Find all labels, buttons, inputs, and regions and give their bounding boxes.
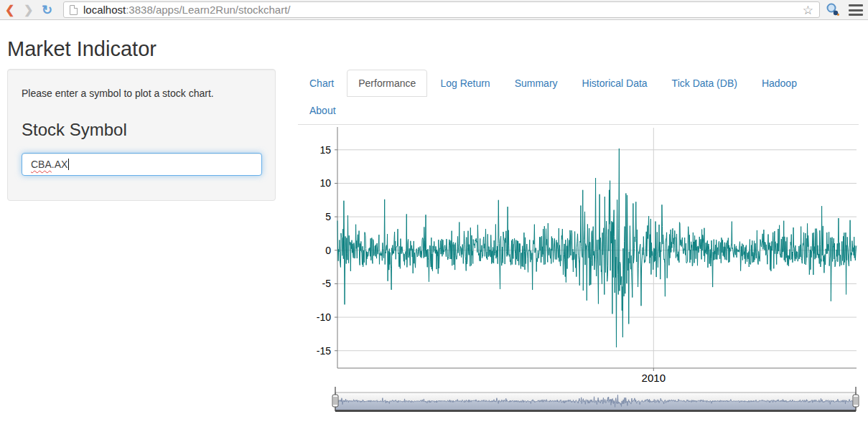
page-title: Market Indicator [7,37,157,61]
back-icon[interactable]: ❮ [5,1,14,19]
symbol-value-rest: .AX [52,159,68,170]
y-tick-label[interactable]: 15 [319,144,331,156]
tab-tick-data-db[interactable]: Tick Data (DB) [661,70,749,97]
tab-historical-data[interactable]: Historical Data [571,70,659,97]
magnifier-glyph [824,2,841,18]
forward-icon[interactable]: ❯ [24,1,33,19]
extension-magnifier-icon[interactable] [824,2,841,18]
y-tick-label[interactable]: 0 [325,245,331,256]
tab-performance[interactable]: Performance [347,70,427,97]
address-bar[interactable]: localhost:3838/apps/Learn2Run/stockchart… [63,1,820,18]
tab-hadoop[interactable]: Hadoop [750,70,808,97]
instruction-text: Please enter a symbol to plot a stock ch… [22,88,261,99]
tab-row: About [298,97,859,124]
tab-row: ChartPerformanceLog ReturnSummaryHistori… [298,70,859,97]
page-document-icon [70,5,78,15]
range-handle-right[interactable] [853,395,859,407]
tab-summary[interactable]: Summary [503,70,569,97]
browser-toolbar: ❮ ❯ ↻ localhost:3838/apps/Learn2Run/stoc… [0,0,868,20]
text-caret [68,159,69,170]
y-tick-label[interactable]: -15 [317,345,331,357]
sidebar-panel: Please enter a symbol to plot a stock ch… [7,69,276,201]
y-tick-label[interactable]: 5 [325,211,331,222]
y-tick-label[interactable]: -10 [317,311,331,323]
stock-symbol-input[interactable]: CBA.AX [22,153,262,176]
bookmark-star-icon[interactable]: ☆ [803,3,813,18]
tab-log-return[interactable]: Log Return [429,70,501,97]
chart-plot-area[interactable] [337,128,857,368]
y-tick-label[interactable]: -5 [322,278,332,289]
chart-range-selector[interactable] [327,385,865,415]
url-path: :3838/apps/Learn2Run/stockchart/ [126,4,290,16]
tabset: ChartPerformanceLog ReturnSummaryHistori… [298,70,859,125]
symbol-value-flagged: CBA [31,159,52,170]
tab-about[interactable]: About [298,97,347,124]
stock-symbol-heading: Stock Symbol [22,120,261,140]
tab-chart[interactable]: Chart [298,70,345,97]
range-selector-bottom-bar[interactable] [335,410,856,412]
performance-chart[interactable]: 151050-5-10-152010 [298,127,859,385]
reload-icon[interactable]: ↻ [42,1,52,19]
range-handle-left[interactable] [332,395,338,407]
url-host: localhost [83,4,126,16]
menu-hamburger-icon[interactable] [849,4,863,16]
x-tick-label[interactable]: 2010 [642,372,666,384]
url-text[interactable]: localhost:3838/apps/Learn2Run/stockchart… [83,4,291,16]
y-tick-label[interactable]: 10 [319,177,331,189]
